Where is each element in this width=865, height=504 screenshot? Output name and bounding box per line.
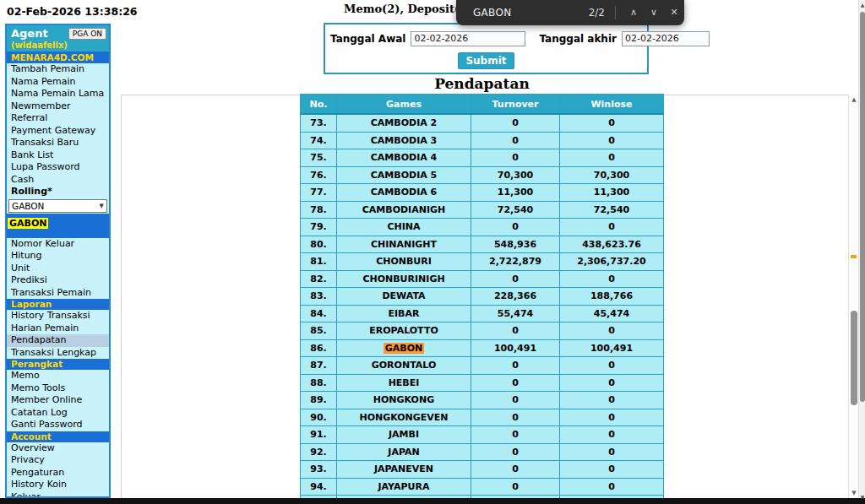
turnover-value: 0: [471, 114, 560, 132]
sidebar-item-newmember[interactable]: Newmember: [7, 100, 109, 113]
col-header-winlose: Winlose: [560, 95, 664, 115]
row-number: 86.: [301, 339, 337, 357]
sidebar-item-prediksi[interactable]: Prediksi: [7, 274, 109, 287]
table-row: 73.CAMBODIA 200: [301, 114, 664, 132]
sidebar-item-cash[interactable]: Cash: [7, 174, 109, 187]
turnover-value: 0: [471, 392, 560, 409]
game-name: EROPALOTTO: [337, 322, 471, 340]
sidebar-item-history-koin[interactable]: History Koin: [7, 479, 109, 491]
frame-scrollbar-thumb[interactable]: [851, 311, 857, 405]
row-number: 77.: [301, 184, 337, 202]
row-number: 81.: [301, 253, 337, 271]
browser-scrollbar[interactable]: ▲ ▼: [858, 0, 865, 504]
row-number: 94.: [301, 478, 337, 496]
browser-scrollbar-thumb[interactable]: [860, 12, 865, 402]
row-number: 76.: [301, 166, 337, 184]
close-icon[interactable]: ✕: [664, 0, 684, 25]
clock-timestamp: 02-Feb-2026 13:38:26: [7, 5, 138, 18]
table-row: 92.JAPAN00: [301, 443, 664, 461]
sidebar-item-transaksi-lengkap[interactable]: Transaksi Lengkap: [7, 347, 109, 360]
turnover-value: 0: [471, 322, 560, 340]
sidebar-item-lupa-password[interactable]: Lupa Password: [7, 161, 109, 174]
sidebar-item-hitung[interactable]: Hitung: [7, 250, 109, 263]
agent-label: Agent: [11, 27, 48, 40]
winlose-value: 0: [560, 426, 664, 444]
rolling-option-gabon[interactable]: GABON: [8, 218, 48, 229]
sidebar-item-nama-pemain-lama[interactable]: Nama Pemain Lama: [7, 88, 109, 100]
game-name: JAMBI: [337, 426, 471, 444]
col-header-turnover: Turnover: [471, 95, 560, 115]
turnover-value: 0: [471, 478, 560, 496]
submit-button[interactable]: Submit: [458, 52, 514, 69]
sidebar-item-nomor-keluar[interactable]: Nomor Keluar: [7, 238, 109, 251]
sidebar-item-catatan-log[interactable]: Catatan Log: [7, 407, 109, 420]
table-row: 81.CHONBURI2,722,8792,306,737.20: [301, 253, 664, 271]
sidebar-item-privacy[interactable]: Privacy: [7, 454, 109, 467]
turnover-value: 0: [471, 426, 560, 444]
row-number: 89.: [301, 392, 337, 409]
sidebar-item-memo-tools[interactable]: Memo Tools: [7, 382, 109, 395]
table-row: 76.CAMBODIA 570,30070,300: [301, 166, 664, 184]
game-name: CHINA: [337, 219, 471, 236]
table-row: 83.DEWATA228,366188,766: [301, 288, 664, 306]
pga-toggle-button[interactable]: PGA ON: [68, 28, 106, 40]
table-row: 82.CHONBURINIGH00: [301, 270, 664, 288]
sidebar-item-pendapatan[interactable]: Pendapatan: [7, 334, 109, 347]
find-match-count: 2/2: [589, 7, 605, 19]
turnover-value: 0: [471, 357, 560, 375]
start-date-input[interactable]: [411, 31, 525, 46]
sidebar-item-transaksi-pemain[interactable]: Transaksi Pemain: [7, 287, 109, 300]
date-filter-panel: Tanggal Awal Tanggal akhir Submit: [324, 23, 649, 74]
sidebar-item-bank-list[interactable]: Bank List: [7, 149, 109, 162]
table-row: 89.HONGKONG00: [301, 392, 664, 409]
winlose-value: 0: [560, 374, 664, 392]
sidebar-item-harian-pemain[interactable]: Harian Pemain: [7, 322, 109, 335]
table-row: 93.JAPANEVEN00: [301, 461, 664, 479]
sidebar-item-memo[interactable]: Memo: [7, 370, 109, 382]
end-date-input[interactable]: [622, 31, 710, 46]
turnover-value: 0: [471, 219, 560, 236]
sidebar-item-transaksi-baru[interactable]: Transaksi Baru: [7, 137, 109, 149]
chevron-down-icon[interactable]: ∨: [644, 0, 664, 25]
taskbar-strip: [0, 498, 865, 504]
winlose-value: 0: [560, 461, 664, 479]
table-row: 87.GORONTALO00: [301, 357, 664, 375]
scroll-up-icon[interactable]: ▲: [859, 2, 865, 8]
row-number: 82.: [301, 270, 337, 288]
sidebar-item-ganti-password[interactable]: Ganti Password: [7, 419, 109, 431]
turnover-value: 228,366: [471, 288, 560, 306]
sidebar-item-rolling[interactable]: Rolling*: [7, 186, 109, 198]
sidebar-section-account: Account: [7, 431, 109, 442]
sidebar-item-keluar[interactable]: Keluar: [7, 491, 109, 499]
game-name: JAYAPURA: [337, 478, 471, 496]
game-name: CAMBODIA 4: [337, 149, 471, 167]
row-number: 88.: [301, 374, 337, 392]
game-name: HONGKONGEVEN: [337, 409, 471, 426]
chevron-up-icon[interactable]: ∧: [623, 0, 644, 25]
sidebar-item-tambah-pemain[interactable]: Tambah Pemain: [7, 63, 109, 76]
sidebar-section-laporan: Laporan: [7, 299, 109, 310]
sidebar-item-referral[interactable]: Referral: [7, 112, 109, 125]
game-name: HEBEI: [337, 374, 471, 392]
row-number: 74.: [301, 132, 337, 149]
sidebar-item-pengaturan[interactable]: Pengaturan: [7, 467, 109, 480]
turnover-value: 11,300: [471, 184, 560, 202]
sidebar-item-domain[interactable]: MENARA4D.COM: [7, 51, 109, 63]
sidebar-item-nama-pemain[interactable]: Nama Pemain: [7, 76, 109, 89]
sidebar-item-member-online[interactable]: Member Online: [7, 394, 109, 407]
turnover-value: 70,300: [471, 166, 560, 184]
table-row: 74.CAMBODIA 300: [301, 132, 664, 149]
sidebar-item-unit[interactable]: Unit: [7, 263, 109, 275]
winlose-value: 0: [560, 219, 664, 236]
table-row: 75.CAMBODIA 400: [301, 149, 664, 167]
game-name: CAMBODIANIGH: [337, 201, 471, 219]
sidebar-item-history-transaksi[interactable]: History Transaksi: [7, 310, 109, 322]
winlose-value: 100,491: [560, 339, 664, 357]
table-row: 88.HEBEI00: [301, 374, 664, 392]
find-query-text[interactable]: GABON: [473, 7, 511, 19]
date-filter-row: Tanggal Awal Tanggal akhir: [325, 24, 647, 50]
sidebar-item-overview[interactable]: Overview: [7, 442, 109, 455]
rolling-select[interactable]: GABON▼: [8, 199, 107, 213]
sidebar-item-payment-gateway[interactable]: Payment Gateway: [7, 125, 109, 138]
row-number: 87.: [301, 357, 337, 375]
